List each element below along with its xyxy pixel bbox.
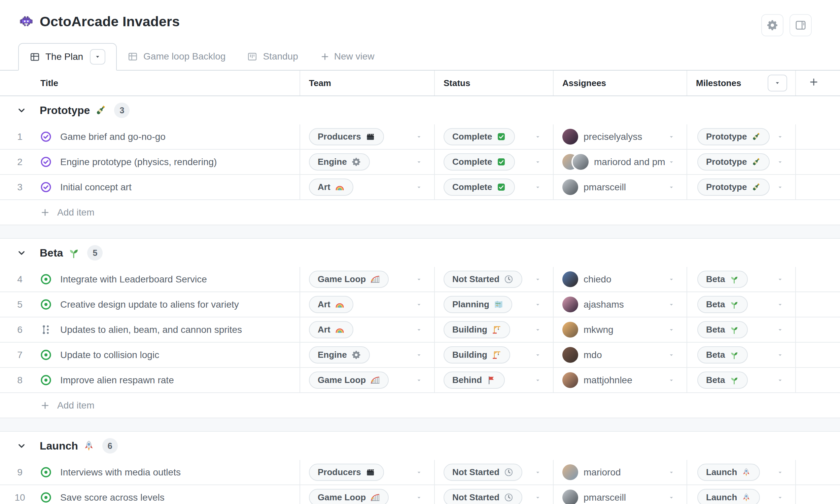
caret-down-icon[interactable]: [534, 326, 542, 334]
caret-down-icon[interactable]: [534, 469, 542, 476]
team-cell[interactable]: Art: [299, 292, 434, 317]
team-pill[interactable]: Game Loop: [309, 489, 389, 504]
assignees-cell[interactable]: mariorod and pm: [553, 150, 687, 174]
milestone-pill[interactable]: Prototype: [697, 128, 770, 145]
caret-down-icon[interactable]: [776, 276, 784, 283]
assignees-cell[interactable]: ajashams: [553, 292, 687, 317]
item-title[interactable]: Engine prototype (physics, rendering): [60, 157, 217, 167]
milestone-pill[interactable]: Prototype: [697, 153, 770, 170]
caret-down-icon[interactable]: [534, 352, 542, 359]
assignees-cell[interactable]: preciselyalyss: [553, 124, 687, 149]
milestone-cell[interactable]: Beta: [687, 368, 795, 392]
status-cell[interactable]: Building: [434, 318, 553, 342]
chevron-down-icon[interactable]: [16, 248, 27, 258]
caret-down-icon[interactable]: [534, 276, 542, 283]
milestone-pill[interactable]: Beta: [697, 346, 748, 363]
milestone-cell[interactable]: Prototype: [687, 124, 795, 149]
caret-down-icon[interactable]: [776, 352, 784, 359]
add-field-button[interactable]: [808, 76, 822, 90]
tab-the-plan[interactable]: The Plan: [18, 43, 117, 71]
team-cell[interactable]: Engine: [299, 343, 434, 367]
team-cell[interactable]: Game Loop: [299, 267, 434, 291]
item-title[interactable]: Initial concept art: [60, 182, 132, 193]
team-pill[interactable]: Producers: [309, 128, 384, 145]
status-pill[interactable]: Not Started: [444, 271, 522, 288]
team-pill[interactable]: Producers: [309, 464, 384, 481]
item-title[interactable]: Save score across levels: [60, 492, 165, 503]
milestone-cell[interactable]: Launch: [687, 460, 795, 485]
caret-down-icon[interactable]: [668, 469, 675, 476]
milestone-cell[interactable]: Beta: [687, 267, 795, 291]
assignees-cell[interactable]: pmarsceill: [553, 485, 687, 504]
milestone-cell[interactable]: Prototype: [687, 150, 795, 174]
item-title[interactable]: Integrate with Leaderboard Service: [60, 274, 207, 285]
status-pill[interactable]: Not Started: [444, 464, 522, 481]
caret-down-icon[interactable]: [668, 377, 675, 384]
caret-down-icon[interactable]: [776, 469, 784, 476]
caret-down-icon[interactable]: [415, 158, 423, 166]
milestone-cell[interactable]: Launch: [687, 485, 795, 504]
caret-down-icon[interactable]: [415, 184, 423, 191]
milestone-cell[interactable]: Beta: [687, 318, 795, 342]
team-cell[interactable]: Producers: [299, 460, 434, 485]
caret-down-icon[interactable]: [776, 184, 784, 191]
team-pill[interactable]: Art: [309, 179, 353, 196]
caret-down-icon[interactable]: [776, 377, 784, 384]
chevron-down-icon[interactable]: [16, 105, 27, 116]
status-pill[interactable]: Building: [444, 346, 510, 363]
status-cell[interactable]: Not Started: [434, 460, 553, 485]
caret-down-icon[interactable]: [415, 276, 423, 283]
assignees-cell[interactable]: chiedo: [553, 267, 687, 291]
milestone-cell[interactable]: Prototype: [687, 175, 795, 199]
team-cell[interactable]: Game Loop: [299, 368, 434, 392]
item-title[interactable]: Improve alien respawn rate: [60, 375, 174, 386]
status-cell[interactable]: Building: [434, 343, 553, 367]
column-header-milestones[interactable]: Milestones: [687, 71, 795, 95]
column-header-status[interactable]: Status: [434, 71, 553, 95]
caret-down-icon[interactable]: [668, 352, 675, 359]
caret-down-icon[interactable]: [668, 301, 675, 308]
view-options-button[interactable]: [90, 49, 105, 65]
column-header-team[interactable]: Team: [299, 71, 434, 95]
status-cell[interactable]: Planning: [434, 292, 553, 317]
tab-standup[interactable]: Standup: [236, 43, 309, 70]
milestone-pill[interactable]: Launch: [697, 464, 760, 481]
chevron-down-icon[interactable]: [16, 440, 27, 451]
team-cell[interactable]: Producers: [299, 124, 434, 149]
team-pill[interactable]: Art: [309, 296, 353, 313]
caret-down-icon[interactable]: [668, 184, 675, 191]
item-title[interactable]: Updates to alien, beam, and cannon sprit…: [60, 324, 242, 335]
caret-down-icon[interactable]: [415, 377, 423, 384]
caret-down-icon[interactable]: [668, 158, 675, 166]
column-header-assignees[interactable]: Assignees: [553, 71, 687, 95]
status-pill[interactable]: Not Started: [444, 489, 522, 504]
caret-down-icon[interactable]: [415, 352, 423, 359]
milestone-pill[interactable]: Beta: [697, 321, 748, 338]
status-cell[interactable]: Not Started: [434, 485, 553, 504]
status-cell[interactable]: Complete: [434, 150, 553, 174]
caret-down-icon[interactable]: [415, 133, 423, 141]
add-item-button[interactable]: Add item: [0, 393, 840, 418]
status-pill[interactable]: Planning: [444, 296, 512, 313]
settings-button[interactable]: [761, 14, 784, 36]
caret-down-icon[interactable]: [668, 494, 675, 501]
new-view-button[interactable]: New view: [309, 43, 385, 70]
column-header-title[interactable]: Title: [0, 71, 299, 95]
milestone-cell[interactable]: Beta: [687, 292, 795, 317]
caret-down-icon[interactable]: [415, 326, 423, 334]
status-pill[interactable]: Complete: [444, 153, 515, 170]
assignees-cell[interactable]: pmarsceill: [553, 175, 687, 199]
item-title[interactable]: Update to collision logic: [60, 350, 159, 360]
caret-down-icon[interactable]: [534, 158, 542, 166]
team-cell[interactable]: Art: [299, 175, 434, 199]
caret-down-icon[interactable]: [534, 184, 542, 191]
team-pill[interactable]: Engine: [309, 346, 370, 363]
add-item-button[interactable]: Add item: [0, 200, 840, 225]
milestone-pill[interactable]: Launch: [697, 489, 760, 504]
status-pill[interactable]: Complete: [444, 179, 515, 196]
caret-down-icon[interactable]: [668, 133, 675, 141]
assignees-cell[interactable]: mattjohnlee: [553, 368, 687, 392]
milestones-menu-button[interactable]: [768, 75, 787, 91]
status-cell[interactable]: Behind: [434, 368, 553, 392]
team-cell[interactable]: Art: [299, 318, 434, 342]
